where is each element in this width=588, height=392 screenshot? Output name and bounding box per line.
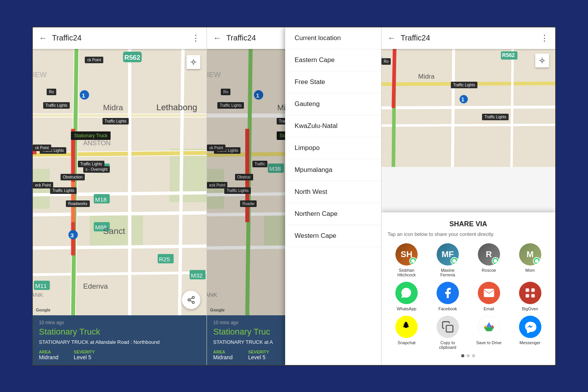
info-location-1: STATIONARY TRUCK at Allandale Road : Nor… xyxy=(39,339,200,345)
svg-text:R562: R562 xyxy=(502,52,515,58)
roscoe-whatsapp-badge xyxy=(492,257,499,265)
svg-rect-118 xyxy=(531,288,534,292)
app-title-3: Traffic24 xyxy=(401,34,540,42)
back-button-3[interactable]: ← xyxy=(388,33,396,43)
share-dot-2 xyxy=(467,354,470,357)
map-label-overnight: s - Overnight xyxy=(83,166,110,173)
map-label-ck3: eck Point xyxy=(33,182,53,188)
svg-point-61 xyxy=(192,301,195,303)
map-label-ck1: ck Point xyxy=(85,57,103,63)
share-apps-grid-1: WhatsApp Facebook Email xyxy=(388,282,549,311)
severity-item-1: SEVERITY Level 5 xyxy=(74,350,95,360)
map-label-traffic-2a: Traffic Lights xyxy=(217,102,244,109)
svg-text:Midra: Midra xyxy=(103,103,123,111)
share-app-drive[interactable]: Save to Drive xyxy=(470,316,508,350)
facebook-label: Facebook xyxy=(438,306,457,311)
snapchat-icon xyxy=(395,316,418,338)
maxine-name: MaxineFerreria xyxy=(440,268,455,277)
maxine-whatsapp-badge xyxy=(450,257,458,265)
svg-text:COUNTRY VIEW: COUNTRY VIEW xyxy=(33,70,47,78)
share-dot-1 xyxy=(461,354,464,357)
back-button-2[interactable]: ← xyxy=(213,33,222,43)
mom-avatar: M xyxy=(519,243,541,266)
app-bar-3: ← Traffic24 ⋮ xyxy=(381,27,555,49)
dropdown-gauteng[interactable]: Gauteng xyxy=(285,93,381,115)
siobhan-whatsapp-badge xyxy=(409,257,417,265)
share-contact-siobhan[interactable]: SH SiobhanHitchcock xyxy=(388,243,426,277)
bigoven-label: BigOven xyxy=(522,306,538,311)
share-apps-grid-2: Snapchat Copy toclipboard xyxy=(388,316,549,350)
svg-rect-121 xyxy=(446,325,453,332)
share-app-email[interactable]: Email xyxy=(470,282,508,311)
share-title: SHARE VIA xyxy=(388,220,549,228)
share-contact-roscoe[interactable]: R Roscoe xyxy=(470,243,508,277)
dropdown-north-west[interactable]: North West xyxy=(285,181,381,203)
svg-text:ROSEBANK: ROSEBANK xyxy=(207,291,218,298)
svg-line-100 xyxy=(452,49,454,167)
location-button-1[interactable] xyxy=(186,55,200,69)
svg-rect-117 xyxy=(526,288,529,292)
info-time-1: 10 mins ago xyxy=(39,320,200,325)
screen-2: ← Traffic24 ⋮ Midra andburg xyxy=(207,27,381,365)
dropdown-western-cape[interactable]: Western Cape xyxy=(285,225,381,247)
map-label-ro-2: Ro xyxy=(221,89,230,95)
info-title-1: Stationary Truck xyxy=(39,327,200,337)
mom-name: Mom xyxy=(525,268,534,273)
drive-icon xyxy=(478,316,500,338)
svg-rect-120 xyxy=(531,294,534,297)
share-app-whatsapp[interactable]: WhatsApp xyxy=(388,282,426,311)
share-app-messenger[interactable]: Messenger xyxy=(511,316,549,350)
dropdown-mpumalanga[interactable]: Mpumalanga xyxy=(285,159,381,181)
dropdown-current-location[interactable]: Current location xyxy=(285,27,381,49)
email-icon xyxy=(478,282,500,304)
share-app-facebook[interactable]: Facebook xyxy=(428,282,467,311)
maxine-avatar: MF xyxy=(437,243,459,266)
copy-icon xyxy=(437,316,459,338)
area-value-1: Midrand xyxy=(39,354,59,360)
google-logo-2: Google xyxy=(210,308,225,312)
dropdown-free-state[interactable]: Free State xyxy=(285,71,381,93)
map-label-ck-2b: eck Point xyxy=(207,182,227,188)
email-label: Email xyxy=(484,306,494,311)
share-app-bigoven[interactable]: BigOven xyxy=(511,282,549,311)
svg-text:Edenva: Edenva xyxy=(83,282,108,290)
bigoven-icon xyxy=(519,282,541,304)
svg-text:1: 1 xyxy=(256,92,260,99)
share-contact-maxine[interactable]: MF MaxineFerreria xyxy=(428,243,467,277)
location-button-3[interactable] xyxy=(535,54,549,67)
svg-line-63 xyxy=(190,298,192,299)
dropdown-northern-cape[interactable]: Northern Cape xyxy=(285,203,381,225)
svg-text:Midra: Midra xyxy=(418,72,435,80)
dropdown-limpopo[interactable]: Limpopo xyxy=(285,137,381,159)
share-app-copy[interactable]: Copy toclipboard xyxy=(428,316,467,350)
share-contact-mom[interactable]: M Mom xyxy=(511,243,549,277)
screenshots-container: ← Traffic24 ⋮ xyxy=(32,27,556,366)
severity-value-2: Level 5 xyxy=(248,354,269,360)
map-label-roadworks-1: Ro xyxy=(47,89,56,95)
svg-marker-124 xyxy=(487,322,491,325)
drive-label: Save to Drive xyxy=(476,340,502,345)
svg-text:R25: R25 xyxy=(159,256,170,262)
share-app-snapchat[interactable]: Snapchat xyxy=(388,316,426,350)
severity-item-2: SEVERITY Level 5 xyxy=(248,350,269,360)
info-meta-1: AREA Midrand SEVERITY Level 5 xyxy=(39,350,200,360)
more-button-3[interactable]: ⋮ xyxy=(540,33,549,43)
severity-label-2: SEVERITY xyxy=(248,350,269,354)
svg-rect-119 xyxy=(526,294,529,297)
back-button-1[interactable]: ← xyxy=(39,33,47,43)
area-label-2: AREA xyxy=(213,350,233,354)
dropdown-eastern-cape[interactable]: Eastern Cape xyxy=(285,49,381,71)
area-item-2: AREA Midrand xyxy=(213,350,233,360)
region-dropdown: Current location Eastern Cape Free State… xyxy=(285,27,381,365)
dropdown-kwazulu-natal[interactable]: KwaZulu-Natal xyxy=(285,115,381,137)
severity-label-1: SEVERITY xyxy=(74,350,95,354)
svg-rect-65 xyxy=(207,168,224,209)
siobhan-name: SiobhanHitchcock xyxy=(397,268,416,277)
map-label-roadworks: Roadworks xyxy=(66,200,90,207)
screen-1: ← Traffic24 ⋮ xyxy=(33,27,207,365)
share-button-1[interactable] xyxy=(182,291,200,309)
whatsapp-label: WhatsApp xyxy=(397,306,417,311)
map-label-traffic-2d: Traffic xyxy=(252,161,267,167)
more-button-1[interactable]: ⋮ xyxy=(192,33,200,43)
svg-line-101 xyxy=(511,49,512,167)
